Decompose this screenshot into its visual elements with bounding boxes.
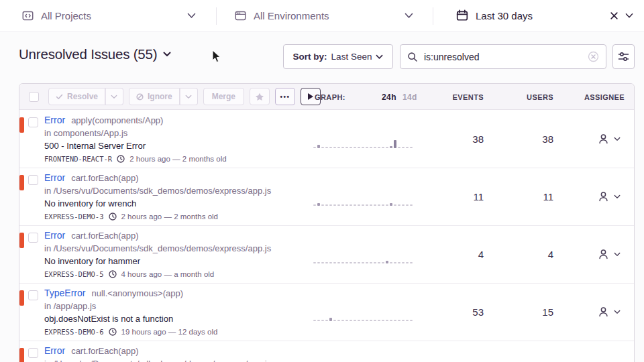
clear-date-icon[interactable] [610, 11, 619, 20]
chevron-down-icon[interactable] [625, 13, 633, 19]
issue-sparkline [313, 196, 413, 206]
issue-sparkline [313, 254, 413, 263]
issue-checkbox[interactable] [28, 175, 38, 185]
issue-title-link[interactable]: Error [44, 230, 65, 241]
issue-row[interactable]: Errorcart.forEach(app) in /Users/vu/Docu… [19, 168, 634, 226]
search-input[interactable] [424, 52, 582, 62]
issue-checkbox[interactable] [28, 290, 38, 300]
issues-panel: Resolve Ignore Merge ••• [19, 83, 635, 362]
issue-users-count[interactable]: 38 [506, 133, 553, 145]
issue-title-link[interactable]: Error [44, 172, 65, 183]
issue-sparkline [313, 139, 413, 148]
issue-users-count[interactable]: 4 [506, 249, 553, 260]
sort-by-value: Last Seen [331, 52, 372, 62]
check-icon [56, 94, 63, 100]
date-range-filter[interactable]: Last 30 days [456, 9, 533, 21]
merge-button[interactable]: Merge [203, 88, 244, 105]
issue-short-id: EXPRESS-DEMO-6 [44, 328, 104, 336]
issue-culprit: cart.forEach(app) [71, 231, 138, 241]
issue-checkbox[interactable] [28, 233, 38, 243]
user-icon [597, 306, 610, 318]
issue-events-count[interactable]: 53 [437, 306, 484, 318]
select-all-checkbox[interactable] [29, 92, 39, 102]
issue-short-id: EXPRESS-DEMO-3 [44, 213, 104, 221]
ignore-dropdown-button[interactable] [180, 88, 198, 105]
merge-button-label: Merge [212, 92, 235, 101]
issue-checkbox[interactable] [28, 117, 38, 127]
column-header-assignee: ASSIGNEE [584, 84, 625, 110]
column-header-graph: GRAPH: [315, 84, 345, 110]
issue-events-count[interactable]: 38 [437, 133, 484, 145]
page-title[interactable]: Unresolved Issues (55) [19, 46, 171, 62]
ignore-button[interactable]: Ignore [129, 88, 180, 105]
sort-by-button[interactable]: Sort by: Last Seen [283, 44, 393, 69]
chevron-down-icon [614, 252, 621, 257]
chevron-down-icon [163, 52, 171, 57]
issue-checkbox[interactable] [28, 348, 38, 358]
mouse-cursor [212, 50, 221, 63]
issue-message: 500 - Internal Server Error [44, 141, 227, 153]
graph-range-24h[interactable]: 24h [382, 93, 396, 102]
issue-location: in /Users/vu/Documents/sdk_demos/demos/e… [44, 359, 271, 362]
error-level-bar [19, 117, 24, 133]
issues-toolbar: Resolve Ignore Merge ••• [19, 84, 634, 110]
ignore-button-label: Ignore [148, 92, 172, 101]
issue-location: in components/App.js [44, 128, 227, 140]
issue-message: No inventory for wrench [44, 198, 271, 210]
resolve-button[interactable]: Resolve [48, 88, 105, 105]
divider [216, 7, 217, 25]
sort-by-prefix: Sort by: [293, 52, 327, 62]
issue-row[interactable]: Errorcart.forEach(app) in /Users/vu/Docu… [19, 341, 634, 362]
chevron-down-icon [614, 310, 621, 314]
issue-search[interactable] [400, 44, 606, 69]
issue-row[interactable]: Errorapply(components/App) in components… [19, 111, 634, 168]
assignee-selector[interactable] [597, 133, 621, 145]
clock-icon [117, 155, 125, 163]
circle-slash-icon [136, 93, 144, 101]
issue-events-count[interactable]: 11 [437, 191, 484, 202]
issue-row[interactable]: TypeErrornull.<anonymous>(app) in /app/a… [19, 284, 634, 341]
issue-title-link[interactable]: Error [44, 345, 65, 356]
issue-message: No inventory for hammer [44, 256, 271, 268]
issue-title-link[interactable]: TypeError [44, 288, 85, 298]
chevron-down-icon[interactable] [187, 13, 196, 19]
issue-sparkline [313, 312, 413, 321]
column-header-users: USERS [527, 84, 553, 110]
star-icon [255, 93, 264, 101]
chevron-down-icon[interactable] [405, 13, 413, 19]
chevron-down-icon [376, 54, 383, 60]
resolve-dropdown-button[interactable] [105, 88, 123, 105]
user-icon [597, 248, 610, 260]
issue-short-id: FRONTEND-REACT-R [44, 155, 112, 163]
graph-range-14d[interactable]: 14d [402, 93, 417, 102]
issue-location: in /Users/vu/Documents/sdk_demos/demos/e… [44, 243, 271, 255]
issue-culprit: cart.forEach(app) [71, 346, 138, 356]
sliders-icon [618, 52, 629, 62]
assignee-selector[interactable] [597, 190, 621, 202]
assignee-selector[interactable] [597, 248, 621, 260]
issue-location: in /Users/vu/Documents/sdk_demos/demos/e… [44, 186, 271, 198]
issue-row[interactable]: Errorcart.forEach(app) in /Users/vu/Docu… [19, 226, 634, 284]
issue-title-link[interactable]: Error [44, 115, 65, 125]
play-icon [307, 93, 314, 101]
display-options-button[interactable] [612, 44, 635, 69]
issue-age: 2 hours ago — 2 months old [121, 213, 218, 221]
search-icon [407, 52, 418, 62]
clear-search-icon[interactable] [588, 51, 599, 62]
issue-age: 4 hours ago — a month old [121, 270, 215, 278]
more-actions-button[interactable]: ••• [275, 88, 295, 105]
environment-filter-label: All Environments [254, 10, 329, 21]
chevron-down-icon [185, 95, 192, 99]
assignee-selector[interactable] [597, 306, 621, 318]
projects-icon [22, 10, 34, 21]
environment-filter[interactable]: All Environments [235, 10, 329, 21]
project-filter[interactable]: All Projects [22, 10, 91, 21]
environments-icon [235, 10, 246, 21]
issue-users-count[interactable]: 11 [506, 191, 553, 202]
issue-culprit: cart.forEach(app) [71, 173, 138, 183]
error-level-bar [19, 290, 24, 306]
issue-users-count[interactable]: 15 [506, 306, 553, 318]
issue-events-count[interactable]: 4 [437, 249, 484, 260]
issue-culprit: null.<anonymous>(app) [91, 288, 183, 298]
bookmark-button[interactable] [250, 88, 270, 105]
